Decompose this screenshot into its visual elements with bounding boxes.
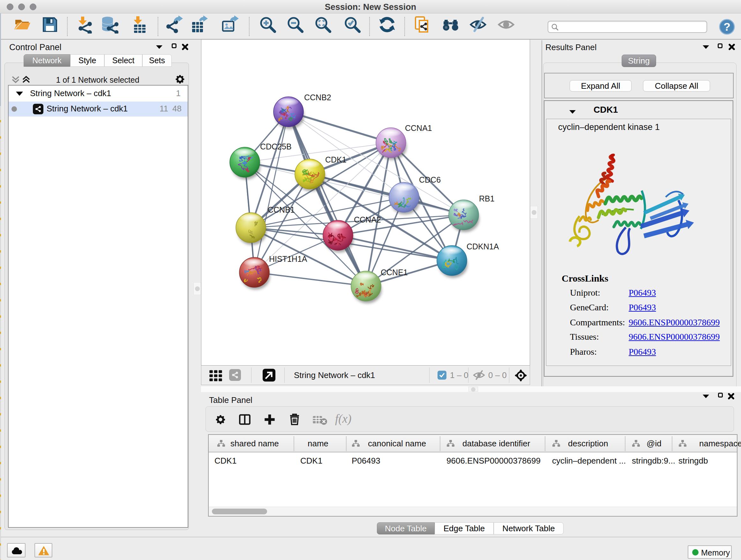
svg-text:CDC6: CDC6 [419, 175, 441, 184]
svg-text:CCNA2: CCNA2 [354, 215, 381, 224]
svg-text:CDK1: CDK1 [325, 155, 347, 164]
svg-text:CCNE1: CCNE1 [381, 268, 408, 277]
svg-text:CDKN1A: CDKN1A [467, 242, 499, 251]
svg-text:HIST1H1A: HIST1H1A [269, 254, 307, 263]
svg-text:CCNA1: CCNA1 [405, 124, 432, 132]
svg-text:CCNB1: CCNB1 [268, 205, 295, 214]
svg-text:RB1: RB1 [479, 194, 495, 203]
svg-text:CCNB2: CCNB2 [304, 93, 331, 102]
svg-text:CDC25B: CDC25B [260, 142, 292, 151]
svg-text:?: ? [724, 20, 731, 33]
